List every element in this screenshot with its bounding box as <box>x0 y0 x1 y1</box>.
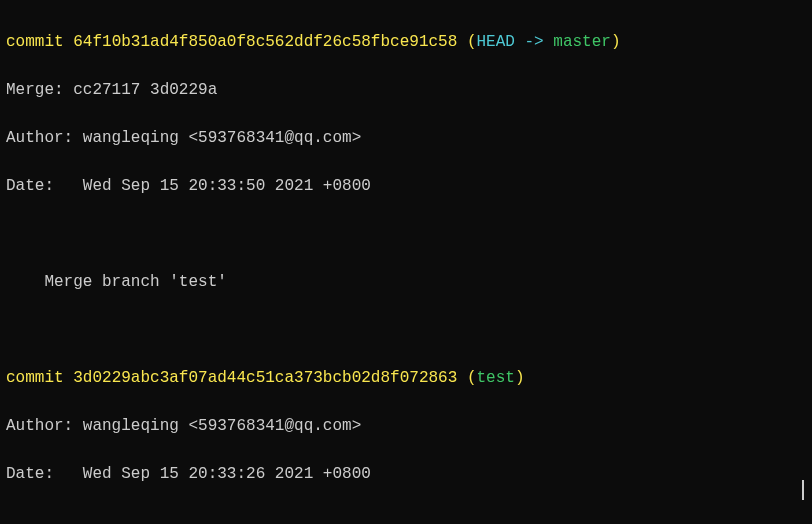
author-line: Author: wangleqing <593768341@qq.com> <box>6 414 806 438</box>
author-line: Author: wangleqing <593768341@qq.com> <box>6 126 806 150</box>
merge-line: Merge: cc27117 3d0229a <box>6 78 806 102</box>
ref-open: ( <box>457 33 476 51</box>
commit-label: commit <box>6 33 73 51</box>
commit-line: commit 3d0229abc3af07ad44c51ca373bcb02d8… <box>6 366 806 390</box>
commit-hash: 3d0229abc3af07ad44c51ca373bcb02d8f072863 <box>73 369 457 387</box>
git-log-output[interactable]: commit 64f10b31ad4f850a0f8c562ddf26c58fb… <box>6 6 806 524</box>
branch-ref: master <box>553 33 611 51</box>
head-ref: HEAD -> <box>476 33 553 51</box>
commit-line: commit 64f10b31ad4f850a0f8c562ddf26c58fb… <box>6 30 806 54</box>
date-line: Date: Wed Sep 15 20:33:50 2021 +0800 <box>6 174 806 198</box>
ref-close: ) <box>611 33 621 51</box>
ref-open: ( <box>457 369 476 387</box>
ref-close: ) <box>515 369 525 387</box>
commit-message: Merge branch 'test' <box>6 270 806 294</box>
date-line: Date: Wed Sep 15 20:33:26 2021 +0800 <box>6 462 806 486</box>
blank-line <box>6 318 806 342</box>
blank-line <box>6 222 806 246</box>
blank-line <box>6 510 806 524</box>
commit-label: commit <box>6 369 73 387</box>
branch-ref: test <box>476 369 514 387</box>
cursor-indicator <box>802 480 804 500</box>
commit-hash: 64f10b31ad4f850a0f8c562ddf26c58fbce91c58 <box>73 33 457 51</box>
